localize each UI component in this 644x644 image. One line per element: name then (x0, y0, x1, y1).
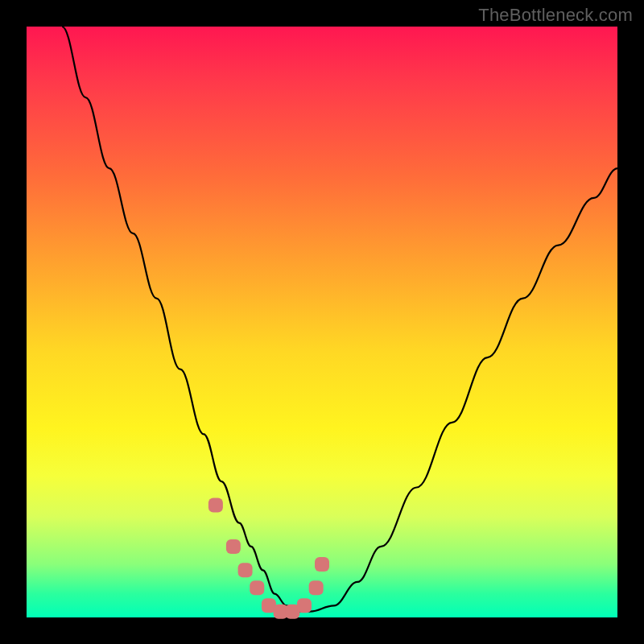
watermark-text: TheBottleneck.com (478, 5, 633, 26)
marker-dot (250, 580, 264, 595)
marker-dot (297, 598, 312, 613)
marker-dot (309, 580, 324, 595)
bottleneck-curve-svg (27, 27, 617, 617)
marker-dot (208, 498, 223, 513)
marker-dots (208, 498, 329, 619)
marker-dot (315, 557, 329, 572)
marker-dot (238, 563, 253, 577)
chart-plot-area (27, 27, 617, 617)
marker-dot (226, 539, 241, 554)
bottleneck-curve (62, 27, 617, 612)
